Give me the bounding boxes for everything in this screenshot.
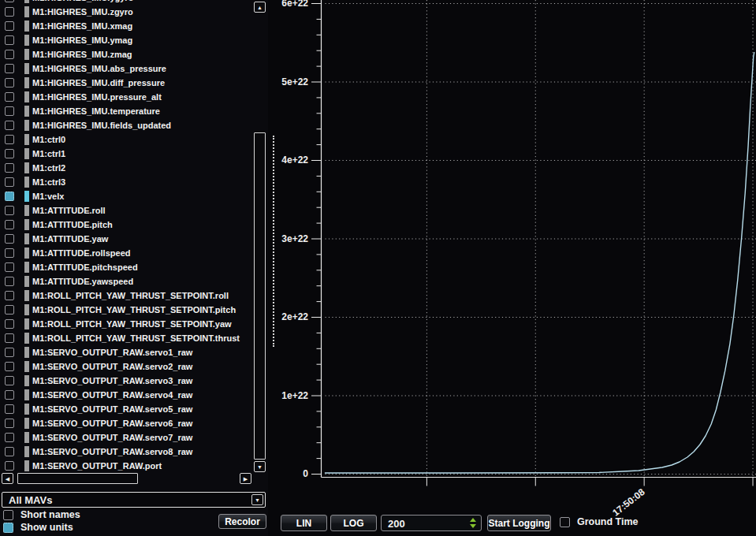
curve-color-swatch [24, 276, 29, 287]
curve-color-swatch [24, 120, 29, 131]
curve-color-swatch [24, 432, 29, 443]
recolor-button[interactable]: Recolor [218, 514, 266, 529]
show-units-label: Show units [20, 522, 73, 533]
dropdown-arrow-icon[interactable]: ▼ [251, 494, 263, 505]
curve-checkbox[interactable] [5, 291, 14, 300]
curve-checkbox[interactable] [5, 461, 14, 471]
curve-checkbox[interactable] [5, 163, 14, 173]
list-item: M1:ctrl1 [0, 147, 252, 161]
list-item: M1:ATTITUDE.pitch [0, 218, 252, 232]
list-item: M1:ATTITUDE.rollspeed [0, 246, 252, 260]
show-units-checkbox[interactable] [3, 523, 13, 533]
short-names-checkbox[interactable] [3, 510, 13, 520]
short-names-label: Short names [20, 509, 80, 520]
curve-checkbox[interactable] [5, 248, 14, 258]
curve-label: M1:HIGHRES_IMU.zgyro [32, 7, 133, 17]
curve-label: M1:HIGHRES_IMU.zmag [32, 50, 132, 59]
horizontal-scrollbar-thumb[interactable] [17, 473, 138, 484]
curve-checkbox[interactable] [5, 177, 14, 187]
curve-label: M1:ATTITUDE.rollspeed [32, 248, 130, 258]
curve-label: M1:HIGHRES_IMU.fields_updated [32, 121, 171, 130]
curve-checkbox[interactable] [5, 78, 14, 87]
curve-label: M1:ctrl0 [32, 135, 65, 144]
curve-checkbox[interactable] [5, 319, 14, 329]
curve-label: M1:ATTITUDE.pitchspeed [32, 262, 138, 272]
curve-checkbox[interactable] [5, 362, 14, 371]
mav-filter-dropdown[interactable]: All MAVs ▼ [2, 492, 266, 508]
curve-color-swatch [24, 49, 29, 60]
curve-checkbox[interactable] [5, 135, 14, 144]
ground-time-checkbox[interactable] [560, 517, 570, 527]
spin-up-icon[interactable] [470, 518, 476, 522]
list-item: M1:ctrl0 [0, 132, 252, 147]
curve-label: M1:ROLL_PITCH_YAW_THRUST_SETPOINT.pitch [32, 305, 236, 315]
list-item: M1:ROLL_PITCH_YAW_THRUST_SETPOINT.thrust [0, 331, 252, 345]
curve-checkbox[interactable] [5, 92, 14, 102]
curve-label: M1:ATTITUDE.pitch [32, 220, 113, 229]
log-scale-button[interactable]: LOG [330, 515, 377, 531]
list-item: M1:HIGHRES_IMU.zmag [0, 47, 252, 61]
curve-color-swatch [24, 191, 29, 202]
scroll-left-button[interactable]: ◀ [2, 473, 13, 484]
curve-checkbox[interactable] [5, 21, 14, 31]
spin-down-icon[interactable] [470, 524, 476, 528]
curve-checkbox[interactable] [5, 348, 14, 357]
horizontal-scrollbar[interactable]: ◀ ▶ [0, 472, 252, 485]
curve-color-swatch [24, 106, 29, 117]
scroll-right-button[interactable]: ▶ [240, 473, 251, 484]
curve-color-swatch [24, 248, 29, 259]
vertical-scrollbar-thumb[interactable] [254, 132, 266, 460]
list-item: M1:ATTITUDE.yawspeed [0, 274, 252, 288]
curve-label: M1:SERVO_OUTPUT_RAW.servo3_raw [32, 376, 192, 385]
curve-checkbox[interactable] [5, 192, 14, 201]
interval-spinbox[interactable]: 200 [381, 515, 482, 531]
curve-label: M1:ROLL_PITCH_YAW_THRUST_SETPOINT.roll [32, 291, 229, 300]
curve-checkbox[interactable] [5, 0, 14, 2]
curve-label: M1:SERVO_OUTPUT_RAW.servo4_raw [32, 390, 192, 400]
scroll-down-button[interactable]: ▼ [254, 461, 266, 472]
curve-label: M1:ROLL_PITCH_YAW_THRUST_SETPOINT.yaw [32, 319, 232, 329]
curve-checkbox[interactable] [5, 305, 14, 315]
curve-checkbox[interactable] [5, 206, 14, 215]
curve-checkbox[interactable] [5, 121, 14, 130]
curve-checkbox[interactable] [5, 35, 14, 45]
curve-checkbox[interactable] [5, 106, 14, 116]
curve-checkbox[interactable] [5, 404, 14, 414]
curve-checkbox[interactable] [5, 220, 14, 229]
list-item: M1:ATTITUDE.roll [0, 203, 252, 218]
curve-checkbox[interactable] [5, 376, 14, 385]
list-item: M1:SERVO_OUTPUT_RAW.servo6_raw [0, 416, 252, 430]
curve-checkbox[interactable] [5, 262, 14, 272]
curve-checkbox[interactable] [5, 7, 14, 17]
list-item: M1:ctrl2 [0, 161, 252, 175]
list-item: M1:SERVO_OUTPUT_RAW.servo7_raw [0, 430, 252, 445]
mav-filter-value: All MAVs [9, 494, 52, 506]
curve-color-swatch [24, 375, 29, 386]
list-item: M1:HIGHRES_IMU.xmag [0, 19, 252, 33]
ground-time-label: Ground Time [577, 516, 639, 527]
curve-checkbox[interactable] [5, 64, 14, 73]
curve-label: M1:SERVO_OUTPUT_RAW.port [32, 461, 162, 471]
scroll-right-icon: ▶ [244, 476, 248, 482]
curve-checkbox[interactable] [5, 277, 14, 286]
linear-scale-button[interactable]: LIN [281, 515, 327, 531]
curve-checkbox[interactable] [5, 50, 14, 59]
curve-checkbox[interactable] [5, 419, 14, 428]
curve-checkbox[interactable] [5, 333, 14, 343]
curve-color-swatch [24, 404, 29, 415]
curve-color-swatch [24, 77, 29, 88]
curve-checkbox[interactable] [5, 234, 14, 244]
curve-checkbox[interactable] [5, 149, 14, 158]
list-item: M1:SERVO_OUTPUT_RAW.servo5_raw [0, 402, 252, 416]
curve-checkbox[interactable] [5, 390, 14, 400]
curve-color-swatch [24, 134, 29, 145]
start-logging-button[interactable]: Start Logging [487, 515, 551, 531]
curve-color-swatch [24, 219, 29, 230]
scroll-up-button[interactable]: ▲ [254, 2, 266, 13]
vertical-scrollbar[interactable]: ▲ ▼ [253, 0, 266, 473]
curve-checkbox[interactable] [5, 447, 14, 456]
curve-checkbox[interactable] [5, 433, 14, 442]
curve-color-swatch [24, 233, 29, 244]
curve-color-swatch [24, 0, 29, 3]
curve-color-swatch [24, 304, 29, 315]
